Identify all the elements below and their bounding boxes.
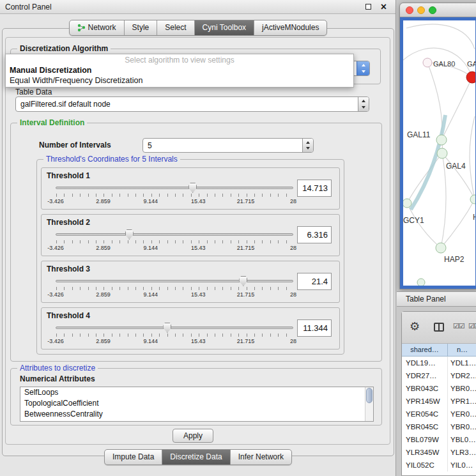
- table-panel-window: ⚙ ☑☑ ☑☑ shared… n… YDL19… YDL1… YDR27… Y…: [401, 311, 476, 476]
- threshold-4-slider[interactable]: -3.426 2.859 9.144 15.43 21.715 28: [56, 323, 293, 347]
- network-node[interactable]: [417, 279, 425, 286]
- table-row[interactable]: YDL19… YDL1…: [402, 357, 476, 369]
- table-cell[interactable]: YER054C: [402, 408, 448, 420]
- table-panel-title: Table Panel: [406, 292, 446, 307]
- combobox-stepper-icon[interactable]: [358, 97, 369, 111]
- table-row[interactable]: YBR043C YBR0…: [402, 382, 476, 395]
- tab-discretize-data[interactable]: Discretize Data: [162, 450, 230, 464]
- tab-jactivemnodules[interactable]: jActiveMNodules: [254, 20, 326, 35]
- table-cell[interactable]: YBL0…: [448, 433, 476, 446]
- attributes-scrollbar[interactable]: [365, 387, 373, 421]
- tab-impute-data[interactable]: Impute Data: [105, 450, 162, 464]
- table-data-combobox[interactable]: galFiltered.sif default node: [15, 96, 369, 112]
- table-cell[interactable]: YLR3…: [448, 446, 476, 459]
- attributes-list[interactable]: SelfLoops TopologicalCoefficient Between…: [20, 387, 374, 422]
- tab-infer-network[interactable]: Infer Network: [231, 450, 291, 464]
- threshold-3-panel: Threshold 3 -3.426 2.859 9.144 15.43 21.…: [41, 261, 340, 303]
- table-row[interactable]: YBR045C YBR0…: [402, 420, 476, 433]
- table-cell[interactable]: YDL1…: [448, 357, 476, 369]
- float-window-icon[interactable]: [365, 4, 371, 10]
- table-cell[interactable]: YBL079W: [402, 433, 448, 446]
- table-cell[interactable]: YER0…: [448, 408, 476, 420]
- combobox-stepper-icon[interactable]: [357, 61, 369, 75]
- slider-track[interactable]: [56, 187, 293, 189]
- network-node-selected[interactable]: [466, 72, 475, 83]
- table-cell[interactable]: YDL19…: [402, 357, 448, 369]
- threshold-2-slider[interactable]: -3.426 2.859 9.144 15.43 21.715 28: [56, 229, 293, 254]
- column-header-name[interactable]: n…: [448, 344, 476, 357]
- network-window-titlebar[interactable]: [400, 3, 476, 17]
- apply-button[interactable]: Apply: [173, 429, 213, 443]
- network-node[interactable]: [437, 148, 447, 158]
- table-row[interactable]: YIL052C YIL0…: [402, 459, 476, 472]
- table-cell[interactable]: YPR145W: [402, 395, 448, 408]
- slider-ticks: [56, 194, 293, 197]
- table-cell[interactable]: YPR1…: [448, 395, 476, 408]
- network-node[interactable]: [436, 135, 447, 145]
- table-cell[interactable]: YBR045C: [402, 420, 448, 433]
- table-cell[interactable]: YLR345W: [402, 446, 448, 459]
- table-row[interactable]: YDR27… YDR2…: [402, 369, 476, 382]
- gear-icon[interactable]: ⚙: [410, 319, 420, 334]
- scale-label: -3.426: [47, 291, 64, 298]
- table-cell[interactable]: YBR0…: [448, 382, 476, 395]
- slider-thumb[interactable]: [163, 323, 171, 333]
- network-node[interactable]: [470, 195, 475, 204]
- scale-label: 9.144: [144, 198, 158, 204]
- select-all-checkboxes-icon[interactable]: ☑☑: [453, 322, 464, 330]
- minimize-traffic-light-icon[interactable]: [417, 6, 425, 14]
- dropdown-item-manual-discretization[interactable]: Manual Discretization: [6, 65, 353, 75]
- list-item[interactable]: TopologicalCoefficient: [20, 398, 373, 409]
- select-some-checkboxes-icon[interactable]: ☑☑: [468, 322, 476, 330]
- list-item[interactable]: SelfLoops: [20, 387, 373, 398]
- table-row[interactable]: YBL079W YBL0…: [402, 433, 476, 446]
- threshold-1-slider[interactable]: -3.426 2.859 9.144 15.43 21.715 28: [56, 183, 293, 207]
- table-cell[interactable]: YIL052C: [402, 459, 448, 472]
- combobox-stepper-icon[interactable]: [302, 139, 313, 152]
- zoom-traffic-light-icon[interactable]: [429, 6, 436, 14]
- column-header-shared-name[interactable]: shared…: [402, 344, 448, 357]
- threshold-3-slider[interactable]: -3.426 2.859 9.144 15.43 21.715 28: [56, 276, 293, 300]
- scrollbar-thumb[interactable]: [366, 388, 372, 403]
- table-cell[interactable]: YDR27…: [402, 369, 448, 382]
- threshold-2-value-field[interactable]: 6.316: [297, 226, 332, 243]
- number-of-intervals-combobox[interactable]: 5: [142, 138, 314, 153]
- slider-thumb[interactable]: [239, 276, 247, 286]
- network-node[interactable]: [436, 243, 446, 253]
- network-node[interactable]: [423, 58, 432, 67]
- network-node[interactable]: [403, 199, 411, 208]
- screen: Control Panel × Network Style: [0, 0, 476, 476]
- list-item[interactable]: BetweennessCentrality: [20, 409, 373, 420]
- table-cell[interactable]: YBR0…: [448, 420, 476, 433]
- columns-icon[interactable]: [434, 323, 444, 332]
- slider-track[interactable]: [56, 280, 293, 282]
- threshold-3-value-field[interactable]: 21.4: [297, 273, 332, 290]
- tab-discretize-data-label: Discretize Data: [170, 450, 222, 464]
- tab-cyni-toolbox[interactable]: Cyni Toolbox: [195, 20, 254, 35]
- dropdown-placeholder-item[interactable]: Select algorithm to view settings: [6, 54, 353, 65]
- table-cell[interactable]: YIL0…: [448, 459, 476, 472]
- slider-track[interactable]: [56, 233, 293, 236]
- table-cell[interactable]: YBR043C: [402, 382, 448, 395]
- slider-thumb[interactable]: [125, 229, 134, 240]
- control-panel-titlebar: Control Panel ×: [0, 0, 395, 14]
- table-row[interactable]: YER054C YER0…: [402, 408, 476, 420]
- tab-select[interactable]: Select: [157, 20, 194, 35]
- tab-network[interactable]: Network: [70, 20, 125, 35]
- threshold-4-value-field[interactable]: 11.344: [297, 319, 332, 337]
- table-cell[interactable]: YDR2…: [448, 369, 476, 382]
- scale-label: 28: [290, 245, 296, 251]
- network-canvas[interactable]: GAL80 GA GAL11 GAL4 GCY1 HAP2 H: [403, 20, 475, 286]
- table-row[interactable]: YPR145W YPR1…: [402, 395, 476, 408]
- threshold-1-value-field[interactable]: 14.713: [297, 180, 332, 197]
- tab-style[interactable]: Style: [125, 20, 158, 35]
- close-traffic-light-icon[interactable]: [406, 6, 413, 14]
- dropdown-item-equal-width[interactable]: Equal Width/Frequency Discretization: [6, 75, 353, 86]
- close-icon[interactable]: ×: [381, 0, 387, 13]
- network-icon: [77, 24, 86, 32]
- top-tab-group: Network Style Select Cyni Toolbox jActiv…: [69, 20, 328, 36]
- slider-thumb[interactable]: [188, 183, 197, 193]
- slider-track[interactable]: [56, 326, 293, 329]
- highlighted-edge[interactable]: [411, 115, 445, 210]
- table-row[interactable]: YLR345W YLR3…: [402, 446, 476, 459]
